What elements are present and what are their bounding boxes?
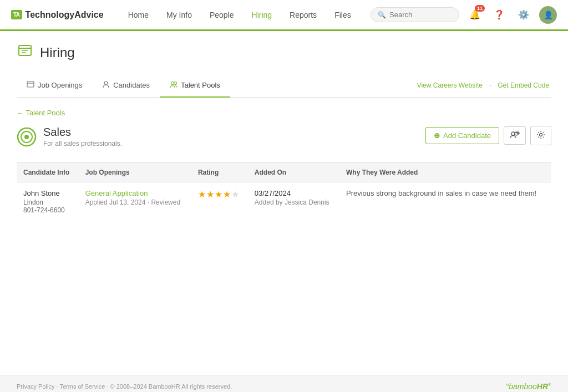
breadcrumb-row: Talent Pools — [17, 109, 551, 117]
star-2[interactable]: ★ — [206, 189, 214, 200]
col-added-on: Added On — [248, 163, 339, 182]
job-link[interactable]: General Application — [85, 189, 148, 197]
get-embed-link[interactable]: Get Embed Code — [498, 82, 549, 89]
plus-icon: ⊕ — [434, 131, 440, 140]
tab-job-openings-label: Job Openings — [38, 81, 82, 89]
view-careers-link[interactable]: View Careers Website — [417, 82, 483, 89]
talent-pool-header: Sales For all sales professionals. ⊕ Add… — [17, 126, 551, 151]
talent-pool-description: For all sales professionals. — [43, 140, 122, 147]
logo-icon: TA — [11, 10, 22, 19]
avatar[interactable]: 👤 — [539, 6, 557, 24]
nav-links: Home My Info People Hiring Reports Files — [120, 0, 371, 29]
star-4[interactable]: ★ — [223, 189, 231, 200]
navbar-right: 🔍 🔔 11 ❓ ⚙️ 👤 — [371, 6, 557, 24]
page-title: Hiring — [40, 45, 75, 60]
talent-pool-actions: ⊕ Add Candidate — [425, 126, 551, 145]
logo[interactable]: TA TechnologyAdvice — [11, 10, 104, 20]
search-icon: 🔍 — [378, 11, 386, 19]
nav-people[interactable]: People — [202, 0, 242, 31]
rating-cell: ★ ★ ★ ★ ★ — [191, 182, 248, 221]
job-applied: Applied Jul 13, 2024 · Reviewed — [85, 198, 185, 206]
candidates-icon — [102, 80, 110, 90]
tab-talent-pools-label: Talent Pools — [181, 81, 220, 89]
search-input[interactable] — [389, 11, 456, 19]
svg-point-12 — [511, 132, 515, 135]
stars: ★ ★ ★ ★ ★ — [198, 189, 241, 200]
star-3[interactable]: ★ — [215, 189, 222, 200]
col-rating: Rating — [191, 163, 248, 182]
added-on-cell: 03/27/2024 Added by Jessica Dennis — [248, 182, 339, 221]
nav-files[interactable]: Files — [327, 0, 359, 31]
candidate-phone: 801-724-6600 — [23, 206, 72, 214]
tab-candidates-label: Candidates — [113, 81, 150, 89]
star-1[interactable]: ★ — [198, 189, 206, 200]
hiring-icon — [17, 42, 33, 63]
svg-point-6 — [104, 82, 108, 85]
page-container: Hiring Job Openings Candidates Talent — [0, 31, 568, 375]
tab-talent-pools[interactable]: Talent Pools — [160, 74, 230, 98]
page-header: Hiring — [17, 42, 551, 63]
notification-badge: 11 — [475, 5, 485, 12]
settings-button[interactable]: ⚙️ — [515, 6, 532, 24]
svg-point-7 — [171, 82, 174, 85]
svg-point-16 — [540, 134, 542, 136]
candidate-name: John Stone — [23, 189, 72, 197]
tabs-right: View Careers Website · Get Embed Code — [417, 82, 551, 89]
terms-link[interactable]: Terms of Service — [59, 383, 105, 390]
why-added-cell: Previous strong background in sales in c… — [339, 182, 551, 221]
why-added-text: Previous strong background in sales in c… — [346, 189, 545, 197]
star-5[interactable]: ★ — [231, 189, 239, 200]
notifications-button[interactable]: 🔔 11 — [466, 6, 484, 24]
nav-myinfo[interactable]: My Info — [159, 0, 200, 31]
col-candidate-info: Candidate Info — [17, 163, 79, 182]
job-openings-icon — [27, 80, 34, 90]
svg-rect-4 — [27, 82, 34, 87]
add-bulk-icon — [510, 131, 520, 140]
job-opening-cell: General Application Applied Jul 13, 2024… — [79, 182, 191, 221]
col-job-openings: Job Openings — [79, 163, 191, 182]
svg-point-13 — [515, 132, 518, 135]
candidates-table: Candidate Info Job Openings Rating Added… — [17, 162, 551, 221]
svg-point-11 — [24, 135, 29, 139]
help-icon: ❓ — [494, 9, 505, 20]
talent-pools-icon — [170, 80, 178, 90]
gear-icon: ⚙️ — [518, 9, 529, 20]
footer-left: Privacy Policy · Terms of Service · © 20… — [17, 383, 232, 390]
avatar-icon: 👤 — [544, 11, 553, 19]
main-content: Hiring Job Openings Candidates Talent — [0, 31, 568, 375]
bamboohr-logo-text: °bambooHR® — [506, 382, 551, 391]
target-icon — [17, 127, 37, 151]
talent-pool-info: Sales For all sales professionals. — [17, 126, 122, 151]
copyright-text: © 2008–2024 BambooHR All rights reserved… — [110, 383, 232, 390]
svg-point-8 — [174, 82, 177, 85]
privacy-policy-link[interactable]: Privacy Policy — [17, 383, 54, 390]
breadcrumb[interactable]: Talent Pools — [17, 109, 65, 117]
nav-home[interactable]: Home — [120, 0, 156, 31]
bamboohr-logo: °bambooHR® — [506, 382, 551, 391]
table-body: John Stone Lindon 801-724-6600 General A… — [17, 182, 551, 221]
search-box[interactable]: 🔍 — [371, 7, 459, 22]
candidate-info-cell: John Stone Lindon 801-724-6600 — [17, 182, 79, 221]
add-candidate-label: Add Candidate — [443, 131, 491, 140]
nav-reports[interactable]: Reports — [282, 0, 324, 31]
settings-pool-button[interactable] — [530, 126, 551, 145]
added-by: Added by Jessica Dennis — [255, 198, 333, 206]
table-header: Candidate Info Job Openings Rating Added… — [17, 163, 551, 182]
footer: Privacy Policy · Terms of Service · © 20… — [0, 375, 568, 392]
gear-pool-icon — [536, 130, 545, 141]
tab-candidates[interactable]: Candidates — [92, 74, 160, 98]
tabs-bar: Job Openings Candidates Talent Pools Vie… — [17, 74, 551, 98]
table-row: John Stone Lindon 801-724-6600 General A… — [17, 182, 551, 221]
nav-hiring[interactable]: Hiring — [244, 0, 280, 31]
navbar: TA TechnologyAdvice Home My Info People … — [0, 0, 568, 31]
candidate-location: Lindon — [23, 198, 72, 206]
talent-pool-text: Sales For all sales professionals. — [43, 126, 122, 147]
talent-pool-name: Sales — [43, 126, 122, 139]
add-bulk-button[interactable] — [504, 126, 526, 145]
added-date: 03/27/2024 — [255, 189, 333, 197]
add-candidate-button[interactable]: ⊕ Add Candidate — [425, 127, 499, 144]
col-why-added: Why They Were Added — [339, 163, 551, 182]
page-body: Talent Pools Sales For all sales profess… — [17, 98, 551, 232]
help-button[interactable]: ❓ — [490, 6, 508, 24]
tab-job-openings[interactable]: Job Openings — [17, 74, 92, 98]
